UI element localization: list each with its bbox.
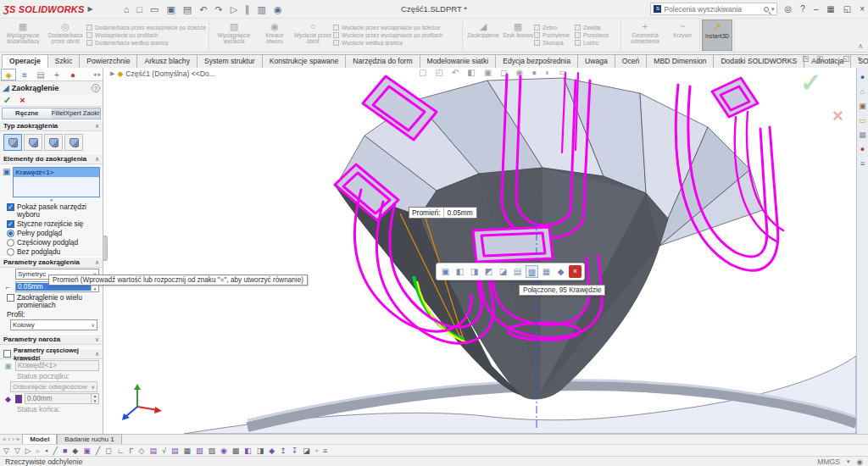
display-style-icon[interactable]: ◻ [500,68,507,77]
zoom-area-icon[interactable]: ◰ [435,68,442,77]
show-toolbar-checkbox[interactable] [7,203,14,211]
select-icon[interactable]: ▷ [231,3,237,15]
filter-axis-icon[interactable]: ╱ [96,446,100,456]
unit-system[interactable]: MMGS [817,458,840,466]
doc-cascade-icon[interactable]: ◱ [843,54,849,63]
edit-appearance-icon[interactable]: ● [531,68,537,77]
instant3d-button[interactable]: ↗ Instant3D [702,19,732,51]
section-items[interactable]: Elementy do zaokrąglenia∧ [0,153,103,164]
filter-routing-icon[interactable]: ▫ [315,446,318,456]
configurations-tab[interactable]: ▤ [33,69,48,80]
profile-dropdown[interactable]: Kołowy∨ [10,319,97,330]
section-view-icon[interactable]: ◧ [467,68,475,77]
display-manager-tab[interactable]: ● [65,69,81,80]
design-library-icon[interactable]: ▣ [859,102,866,110]
select-tangency-icon[interactable]: ◧ [453,265,466,278]
zoom-to-selection-icon[interactable]: ▣ [439,265,452,278]
filter-origin-icon[interactable]: ∟ [117,446,125,456]
search-dropdown-icon[interactable]: ▾ [771,6,775,13]
section-partial-edge[interactable]: Parametry częściowej krawędzi∧ [0,348,103,359]
filter-toggle-icon[interactable]: ▽ [3,446,9,456]
view-palette-icon[interactable]: ▦ [859,130,866,139]
pm-ok-button[interactable]: ✓ [3,96,11,104]
confirm-ok-icon[interactable]: ✓ [800,68,821,97]
view-orientation-icon[interactable]: ▣ [484,68,492,77]
partial-edge-checkbox[interactable] [3,350,11,358]
panel-splitter-handle[interactable] [103,236,108,261]
face-fillet-button[interactable] [44,134,63,151]
filter-annotation-icon[interactable]: ▧ [196,446,203,456]
section-parameters[interactable]: Parametry zaokrąglenia∧ [0,257,103,268]
doc-new-window-icon[interactable]: ◰ [816,54,823,63]
filter-magnify-icon[interactable]: ▽ [14,446,20,456]
model-3d[interactable] [103,68,856,434]
section-setback[interactable]: Parametry naroża∨ [0,334,103,345]
select-inner-faces-icon[interactable]: ▤ [511,265,524,278]
filter-sketch-icon[interactable]: ◇ [138,446,144,456]
select-partial-loop-icon[interactable]: ◪ [497,265,509,278]
revolved-cut-button[interactable]: ○ Wycięcie przez obrót [292,19,333,51]
command-tab[interactable]: MBD Dimension [646,54,714,68]
appearances-scenes-icon[interactable]: ● [860,145,865,153]
user-account-icon[interactable]: ◎ [784,4,792,14]
new-file-icon[interactable]: □ [136,3,142,15]
full-preview-radio[interactable] [7,230,14,237]
intersect-button[interactable]: Przecięcie [575,32,619,38]
swept-cut-button[interactable]: Wycięcie przez wyciągnięcie po ścieżce [333,25,460,31]
callout-value[interactable]: 0.05mm [444,208,476,218]
zoom-fit-icon[interactable]: ▢ [419,68,426,77]
prev-tab-icon[interactable]: ‹ [8,435,10,444]
selected-edge-item[interactable]: Krawędź<1> [14,168,99,177]
select-loop-icon[interactable]: ◨ [468,265,481,278]
solidworks-resources-icon[interactable]: ● [860,73,865,81]
first-tab-icon[interactable]: « [3,435,6,444]
next-tab-icon[interactable]: › [12,435,14,444]
filter-cosmetic-thread-icon[interactable]: ↧ [292,446,298,456]
view-settings-icon[interactable]: ▭ [559,68,566,77]
select-other-icon[interactable]: ▹ [36,446,41,456]
previous-view-icon[interactable]: ↶ [452,68,459,77]
full-preview-radio-row[interactable]: Pełny podgląd [0,229,103,238]
wrap-button[interactable]: Zawijaj [575,25,619,31]
swept-boss-button[interactable]: Dodanie/baza przez wyciągnięcie po ścież… [86,25,207,31]
help-icon[interactable]: ? [800,4,805,14]
multi-radius-checkbox[interactable] [7,294,14,302]
curves-button[interactable]: ~ Krzywe [667,19,698,51]
reference-geometry-button[interactable]: + Geometria odniesienia [623,19,667,51]
unit-caret-icon[interactable]: ▾ [847,458,850,465]
rib-button[interactable]: Zebro [534,25,575,31]
ribbon-collapse-icon[interactable]: ∧ [858,42,863,50]
save-icon[interactable]: ▣ [166,3,175,15]
partial-preview-radio[interactable] [7,239,14,247]
close-window-icon[interactable]: × [860,4,865,14]
select-open-loop-icon[interactable]: ◩ [482,265,495,278]
constant-size-fillet-button[interactable] [3,134,22,151]
command-tab[interactable]: System struktur [197,54,263,68]
command-tab[interactable]: Modelowanie siatki [420,54,497,68]
command-tab[interactable]: Konstrukcje spawane [262,54,347,68]
options-gear-icon[interactable]: ◉ [274,3,282,15]
manual-tab[interactable]: Ręczne [3,108,52,119]
linear-pattern-button[interactable]: ▦ Szyk liniowy [502,19,534,51]
filter-dimension-icon[interactable]: ▦ [183,446,191,456]
home-tab-icon[interactable]: ⌂ [860,87,865,96]
variable-size-fillet-button[interactable] [24,134,42,151]
apply-scene-icon[interactable]: ◐ [545,68,550,77]
filter-edge-icon[interactable]: ╱ [53,446,58,456]
fillet-button[interactable]: ◢ Zaokrąglenie [465,19,502,51]
pm-help-icon[interactable]: ? [92,84,100,92]
filter-surface-finish-icon[interactable]: ◆ [269,446,275,456]
model-tab[interactable]: Badanie ruchu 1 [57,434,121,444]
filter-weld-icon[interactable]: ▩ [232,446,240,456]
lofted-boss-button[interactable]: Wyciągnięcie po profilach [86,32,207,38]
custom-properties-icon[interactable]: ≡ [860,159,865,168]
file-explorer-icon[interactable]: ▭ [859,116,866,125]
confirm-cancel-icon[interactable]: × [832,105,843,127]
logo-menu-arrow-icon[interactable]: ▶ [88,5,93,13]
home-icon[interactable]: ⌂ [124,3,130,15]
edge-selection-box[interactable]: Krawędź<1> [13,167,100,197]
pm-cancel-button[interactable]: × [19,96,25,104]
feature-tree-flyout[interactable]: ▶ ◆ Część1 (Domyślna) <<Do... [110,69,215,78]
print-icon[interactable]: ▤ [183,3,192,15]
filter-sketch-segment-icon[interactable]: ▤ [149,446,157,456]
